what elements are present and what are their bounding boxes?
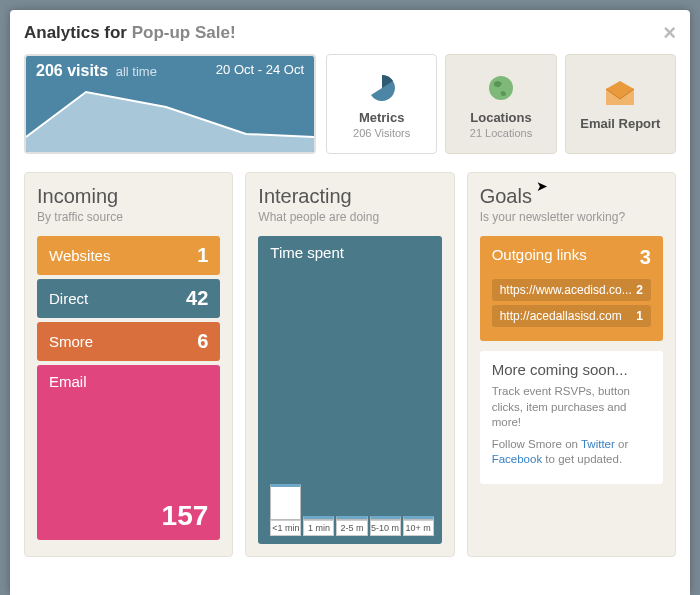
panel-subtitle: By traffic source	[37, 210, 220, 224]
outgoing-link-row[interactable]: https://www.acedisd.co... 2	[492, 279, 651, 301]
visits-card[interactable]: 206 visits all time 20 Oct - 24 Oct	[24, 54, 316, 154]
columns: Incoming By traffic source Websites 1 Di…	[24, 172, 676, 557]
tab-email-report[interactable]: Email Report	[565, 54, 676, 154]
tab-locations[interactable]: Locations 21 Locations	[445, 54, 556, 154]
tab-label: Email Report	[580, 116, 660, 131]
globe-icon	[485, 72, 517, 104]
source-email[interactable]: Email 157	[37, 365, 220, 540]
coming-soon-card: More coming soon... Track event RSVPs, b…	[480, 351, 663, 484]
tab-sublabel: 21 Locations	[470, 127, 532, 139]
top-row: 206 visits all time 20 Oct - 24 Oct Metr…	[24, 54, 676, 154]
source-direct[interactable]: Direct 42	[37, 279, 220, 318]
outgoing-links-card[interactable]: Outgoing links 3 https://www.acedisd.co.…	[480, 236, 663, 341]
modal-header: Analytics for Pop-up Sale! ×	[24, 22, 676, 44]
time-spent-card[interactable]: Time spent <1 min 1 min 2-5 m 5-10 m 10+…	[258, 236, 441, 544]
outgoing-count: 3	[640, 246, 651, 269]
panel-title: Incoming	[37, 185, 220, 208]
modal-title: Analytics for Pop-up Sale!	[24, 23, 236, 43]
source-websites[interactable]: Websites 1	[37, 236, 220, 275]
visits-sparkline-icon	[26, 82, 316, 152]
incoming-panel: Incoming By traffic source Websites 1 Di…	[24, 172, 233, 557]
pie-chart-icon	[366, 72, 398, 104]
visits-count: 206 visits all time	[36, 62, 157, 80]
close-icon[interactable]: ×	[663, 22, 676, 44]
envelope-icon	[604, 78, 636, 110]
tabs: Metrics 206 Visitors Locations 21 Locati…	[326, 54, 676, 154]
source-smore[interactable]: Smore 6	[37, 322, 220, 361]
panel-title: Goals	[480, 185, 663, 208]
coming-body: Track event RSVPs, button clicks, item p…	[492, 384, 651, 431]
tab-sublabel: 206 Visitors	[353, 127, 410, 139]
time-histogram: <1 min 1 min 2-5 m 5-10 m 10+ m	[270, 486, 433, 536]
title-prefix: Analytics for	[24, 23, 132, 42]
coming-follow: Follow Smore on Twitter or Facebook to g…	[492, 437, 651, 468]
panel-title: Interacting	[258, 185, 441, 208]
tab-label: Locations	[470, 110, 531, 125]
tab-label: Metrics	[359, 110, 405, 125]
outgoing-link-row[interactable]: http://acedallasisd.com 1	[492, 305, 651, 327]
card-title: Outgoing links	[492, 246, 587, 269]
visits-daterange: 20 Oct - 24 Oct	[216, 62, 304, 80]
svg-marker-0	[26, 92, 316, 152]
coming-title: More coming soon...	[492, 361, 651, 378]
card-title: Time spent	[270, 244, 433, 261]
svg-point-1	[489, 76, 513, 100]
facebook-link[interactable]: Facebook	[492, 453, 543, 465]
title-page-name: Pop-up Sale!	[132, 23, 236, 42]
twitter-link[interactable]: Twitter	[581, 438, 615, 450]
histo-bar	[270, 484, 301, 520]
tab-metrics[interactable]: Metrics 206 Visitors	[326, 54, 437, 154]
panel-subtitle: What people are doing	[258, 210, 441, 224]
analytics-modal: Analytics for Pop-up Sale! × 206 visits …	[10, 10, 690, 595]
interacting-panel: Interacting What people are doing Time s…	[245, 172, 454, 557]
panel-subtitle: Is your newsletter working?	[480, 210, 663, 224]
goals-panel: Goals Is your newsletter working? Outgoi…	[467, 172, 676, 557]
